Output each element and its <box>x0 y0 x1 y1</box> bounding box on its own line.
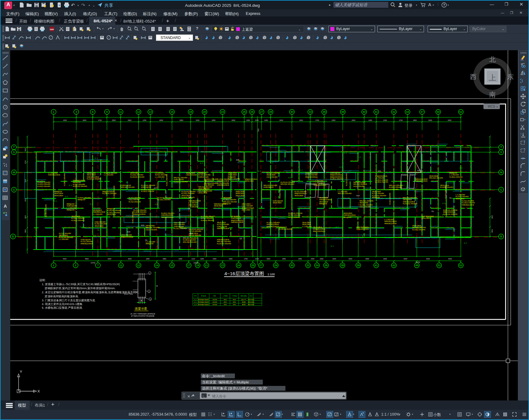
svg-text:Φ8@100/200(2): Φ8@100/200(2) <box>356 228 369 230</box>
svg-text:Φ8@100/200(2): Φ8@100/200(2) <box>330 176 342 178</box>
svg-text:2Φ14;2Φ14: 2Φ14;2Φ14 <box>421 217 430 219</box>
svg-text:KL7(2) 200x450: KL7(2) 200x450 <box>129 201 141 203</box>
svg-text:L5(1) 150x300: L5(1) 150x300 <box>267 176 277 178</box>
svg-text:截面: 截面 <box>214 295 216 297</box>
svg-text:S: S <box>13 151 15 154</box>
svg-text:备注: 备注 <box>250 295 253 297</box>
svg-text:2Φ16;2Φ16: 2Φ16;2Φ16 <box>146 225 155 227</box>
svg-text:N6Φ18(2)/2Φ18: N6Φ18(2)/2Φ18 <box>81 243 93 245</box>
svg-text:9: 9 <box>106 110 108 113</box>
svg-text:说明:: 说明: <box>39 279 46 282</box>
svg-text:Φ8@100/200(2): Φ8@100/200(2) <box>330 174 342 176</box>
svg-text:1: 1 <box>53 110 54 113</box>
svg-text:N6Φ18(2)/2Φ18: N6Φ18(2)/2Φ18 <box>73 179 85 181</box>
svg-text:KL22(1A) 150x400: KL22(1A) 150x400 <box>181 191 196 192</box>
svg-text:Φ8@100/200(2): Φ8@100/200(2) <box>305 176 318 178</box>
svg-text:KL7(2) 200x450: KL7(2) 200x450 <box>95 223 107 225</box>
svg-text:键入命令: 键入命令 <box>212 394 227 398</box>
svg-text:3Φ16: 3Φ16 <box>233 301 236 303</box>
svg-text:2Φ16;2Φ16: 2Φ16;2Φ16 <box>186 172 195 174</box>
svg-text:L5(1) 150x300: L5(1) 150x300 <box>95 221 105 223</box>
svg-text:N4Φ18(2)/2Φ16: N4Φ18(2)/2Φ16 <box>87 176 99 178</box>
svg-text:2Φ16;2Φ16: 2Φ16;2Φ16 <box>302 222 311 223</box>
svg-text:200x300: 200x300 <box>213 301 218 303</box>
svg-text:4200: 4200 <box>426 258 430 260</box>
svg-text:N4Φ18(2)/2Φ16: N4Φ18(2)/2Φ16 <box>313 228 325 230</box>
svg-text:KL13(1) 200x400: KL13(1) 200x400 <box>359 204 373 206</box>
svg-text:WKL3(2) 200x400: WKL3(2) 200x400 <box>403 197 417 199</box>
svg-text:2Φ14;2Φ14: 2Φ14;2Φ14 <box>107 214 116 215</box>
svg-text:12: 12 <box>137 110 140 113</box>
svg-text:KL40(A) 250x400: KL40(A) 250x400 <box>104 172 117 174</box>
svg-text:4200: 4200 <box>63 119 67 121</box>
svg-text:KL22(1A) 150x400: KL22(1A) 150x400 <box>280 181 295 183</box>
svg-text:L5(1) 150x300: L5(1) 150x300 <box>186 174 197 176</box>
svg-text:KL13(1) 200x400: KL13(1) 200x400 <box>412 229 425 231</box>
svg-text:38: 38 <box>341 110 344 113</box>
svg-text:JL-3: JL-3 <box>69 184 72 186</box>
svg-text:JL-3: JL-3 <box>250 218 253 220</box>
svg-text:JL-3: JL-3 <box>288 177 291 179</box>
svg-text:KL7(2) 200x450: KL7(2) 200x450 <box>155 174 167 176</box>
svg-text:2250: 2250 <box>255 119 258 121</box>
svg-text:KL7(2) 200x450: KL7(2) 200x450 <box>217 223 229 225</box>
svg-text:WKL3(2) 200x400: WKL3(2) 200x400 <box>353 183 367 185</box>
svg-text:2250: 2250 <box>246 119 250 121</box>
svg-text:KL18(1) 200x400: KL18(1) 200x400 <box>389 186 402 188</box>
svg-text:WKL3(2) 200x400: WKL3(2) 200x400 <box>280 183 294 185</box>
svg-text:梁顶标高: 梁顶标高 <box>201 295 206 297</box>
svg-text:23: 23 <box>221 264 224 267</box>
svg-text:35: 35 <box>323 110 326 113</box>
svg-text:纵向水平: 纵向水平 <box>241 299 246 300</box>
svg-text:N4Φ18(2)/2Φ16: N4Φ18(2)/2Φ16 <box>319 199 331 201</box>
svg-text:Φ8@100/200(2): Φ8@100/200(2) <box>245 178 257 180</box>
svg-text:3Φ18;3Φ20: 3Φ18;3Φ20 <box>319 197 328 199</box>
svg-text:KL18(1) 200x400: KL18(1) 200x400 <box>161 212 174 214</box>
svg-text:KL18(1) 200x400: KL18(1) 200x400 <box>205 178 218 180</box>
svg-text:KL22(1A) 150x400: KL22(1A) 150x400 <box>217 243 231 245</box>
svg-text:L-1 200x300: L-1 200x300 <box>302 226 312 228</box>
svg-text:JL-3: JL-3 <box>330 245 333 247</box>
svg-text:3000: 3000 <box>24 148 26 151</box>
svg-text:750: 750 <box>187 208 190 210</box>
svg-text:3000: 3000 <box>24 198 26 201</box>
svg-text:N4Φ18(2)/2Φ16: N4Φ18(2)/2Φ16 <box>133 213 145 215</box>
svg-text:N4Φ18(2)/2Φ16: N4Φ18(2)/2Φ16 <box>403 201 415 203</box>
svg-text:8Φ8@200: 8Φ8@200 <box>372 197 380 198</box>
svg-text:KL18(1) 200x400: KL18(1) 200x400 <box>141 190 154 192</box>
svg-text:X: X <box>37 389 40 393</box>
svg-text:N4Φ18(2)/2Φ16: N4Φ18(2)/2Φ16 <box>267 223 279 225</box>
svg-text:G2Φ12@100: G2Φ12@100 <box>141 186 151 188</box>
svg-text:KL18(1) 200x400: KL18(1) 200x400 <box>375 179 388 181</box>
svg-text:Φ8@100/200(2): Φ8@100/200(2) <box>121 236 133 238</box>
svg-text:KL22(1A) 150x400: KL22(1A) 150x400 <box>288 212 302 214</box>
svg-text:38: 38 <box>341 264 344 267</box>
svg-text:L-1 200x300: L-1 200x300 <box>188 206 198 208</box>
svg-text:KL7(2) 200x450: KL7(2) 200x450 <box>294 191 306 192</box>
svg-text:L5(1) 150x300: L5(1) 150x300 <box>146 229 156 231</box>
svg-text:3: 3 <box>150 298 151 300</box>
svg-text:Φ6@100(2): Φ6@100(2) <box>248 301 254 303</box>
svg-text:26: 26 <box>250 110 253 113</box>
svg-text:L-1 200x300: L-1 200x300 <box>314 180 323 182</box>
svg-text:WKL3(2) 200x400: WKL3(2) 200x400 <box>412 227 426 228</box>
svg-text:北: 北 <box>489 56 496 63</box>
svg-text:1. 梁混凝土等级LL-为C30级,其它梁为C30,钢筋采用: 1. 梁混凝土等级LL-为C30级,其它梁为C30,钢筋采用HPB235(Φ) <box>42 283 120 286</box>
svg-text:4000: 4000 <box>448 258 452 260</box>
svg-text:25: 25 <box>243 110 246 113</box>
svg-text:24: 24 <box>237 264 240 267</box>
svg-text:JL-3: JL-3 <box>362 235 365 237</box>
svg-text:L5(1) 150x300: L5(1) 150x300 <box>174 223 184 225</box>
svg-text:1:100: 1:100 <box>267 272 275 276</box>
svg-text:15: 15 <box>170 264 174 267</box>
svg-text:30: 30 <box>290 264 293 267</box>
svg-text:KL3(1) 200x400: KL3(1) 200x400 <box>389 193 391 205</box>
svg-text:15: 15 <box>170 110 174 113</box>
svg-text:KL12(1) 200x400: KL12(1) 200x400 <box>445 186 447 198</box>
svg-text:LL-3: LL-3 <box>194 304 197 305</box>
svg-text:KL18(1) 200x400: KL18(1) 200x400 <box>133 211 146 213</box>
svg-text:3Φ18;3Φ20: 3Φ18;3Φ20 <box>71 215 80 217</box>
svg-text:2Φ16;2Φ16: 2Φ16;2Φ16 <box>228 172 237 174</box>
svg-text:32: 32 <box>306 264 310 267</box>
svg-text:Y: Y <box>20 370 22 374</box>
